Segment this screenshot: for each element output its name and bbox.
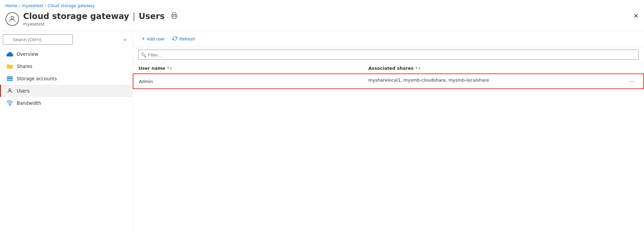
filter-wrapper: 🔍 [138,50,639,60]
filter-icon: 🔍 [141,52,146,57]
table-container: User name ↑↓ Associated shares ↑↓ [133,63,644,233]
svg-point-0 [11,16,14,19]
user-icon [6,87,13,94]
sidebar-item-overview[interactable]: Overview [0,48,132,60]
breadcrumb-sep-1: › [19,3,20,8]
col-shares-label: Associated shares [368,66,414,71]
filter-input[interactable] [138,50,639,60]
toolbar: + Add user Refresh [133,31,644,47]
sidebar-item-shares[interactable]: Shares [0,60,132,72]
title-resource: Cloud storage gateway [23,12,129,21]
sort-associated-shares[interactable]: Associated shares ↑↓ [368,66,421,71]
sidebar-item-label-overview: Overview [17,51,38,57]
page-header: Cloud storage gateway | Users myasetest … [0,10,644,31]
avatar [5,12,19,26]
search-wrapper: 🔍 [3,34,119,45]
sort-username[interactable]: User name ↑↓ [139,66,172,71]
title-group: Cloud storage gateway | Users myasetest [23,12,178,27]
main-content: + Add user Refresh 🔍 [133,31,644,233]
sidebar-item-storage-accounts[interactable]: Storage accounts [0,72,132,85]
breadcrumb-myasetest[interactable]: myasetest [22,3,43,8]
add-user-label: Add user [147,36,164,41]
cell-username: Admin [133,74,363,89]
col-associated-shares: Associated shares ↑↓ [363,63,644,74]
sidebar-item-label-users: Users [17,88,30,94]
sort-username-icon: ↑↓ [166,66,172,70]
main-layout: 🔍 « Overview Shares [0,31,644,233]
folder-icon [6,63,13,70]
row-more-button[interactable]: ··· [627,78,638,85]
table-row[interactable]: Admin mysharelocal1, mysmb-cloudshare, m… [133,74,644,89]
collapse-sidebar-button[interactable]: « [120,35,130,44]
refresh-button[interactable]: Refresh [169,35,198,43]
table-header-row: User name ↑↓ Associated shares ↑↓ [133,63,644,74]
breadcrumb-home[interactable]: Home [5,3,17,8]
cell-associated-shares: mysharelocal1, mysmb-cloudshare, mysmb-l… [363,74,644,89]
sidebar-item-label-shares: Shares [17,64,32,69]
svg-point-3 [9,89,11,91]
svg-rect-2 [173,16,176,19]
print-icon[interactable] [171,12,178,20]
sidebar-search-row: 🔍 « [0,31,132,48]
plus-icon: + [142,36,145,42]
svg-point-4 [10,105,11,106]
sidebar-item-label-bandwidth: Bandwidth [17,100,41,106]
cloud-icon [6,51,13,57]
title-separator: | [132,12,135,21]
breadcrumb: Home › myasetest › Cloud storage gateway [0,0,644,10]
sidebar-item-bandwidth[interactable]: Bandwidth [0,97,132,109]
refresh-icon [173,36,177,42]
resource-subtitle: myasetest [23,22,178,27]
close-button[interactable]: ✕ [633,13,639,19]
refresh-label: Refresh [179,36,195,41]
sidebar-item-label-storage-accounts: Storage accounts [17,76,57,81]
add-user-button[interactable]: + Add user [138,34,168,43]
shares-value: mysharelocal1, mysmb-cloudshare, mysmb-l… [368,78,489,83]
users-table: User name ↑↓ Associated shares ↑↓ [133,63,644,89]
col-username: User name ↑↓ [133,63,363,74]
sidebar: 🔍 « Overview Shares [0,31,133,233]
filter-row: 🔍 [133,47,644,63]
title-section: Users [139,12,165,21]
sidebar-item-users[interactable]: Users [0,85,132,97]
breadcrumb-sep-2: › [45,3,46,8]
storage-icon [6,75,13,82]
search-input[interactable] [3,34,73,45]
wifi-icon [6,100,13,106]
sort-shares-icon: ↑↓ [415,66,421,70]
breadcrumb-current: Cloud storage gateway [48,3,95,8]
page-title: Cloud storage gateway | Users [23,12,178,21]
col-username-label: User name [139,66,165,71]
